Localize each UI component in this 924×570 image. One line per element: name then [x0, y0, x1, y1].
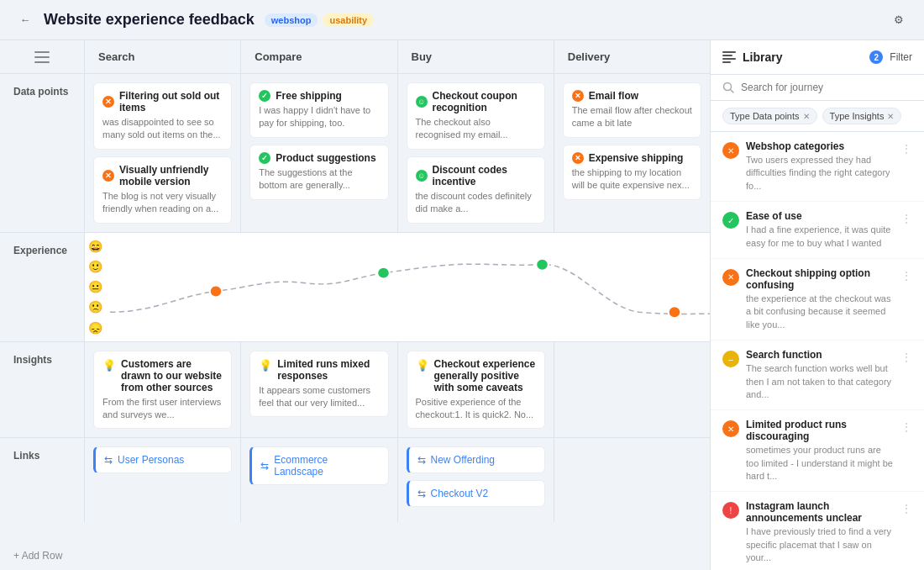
- svg-rect-8: [722, 55, 732, 56]
- cell-compare-links: ⇆ Ecommerce Landscape: [240, 438, 396, 522]
- smiley-5: 😄: [88, 240, 102, 253]
- library-panel: Library 2 Filter Type Data points ✕ Type…: [710, 40, 924, 570]
- main-content: Search Compare Buy Delivery Data points: [0, 40, 924, 570]
- dp-card[interactable]: ✕ Filtering out sold out items was disap…: [93, 82, 232, 150]
- lib-sentiment-icon: ✕: [722, 420, 739, 437]
- sentiment-dot: ☺: [416, 170, 428, 182]
- library-tag-0: Type Data points ✕: [722, 108, 817, 124]
- cell-search-data: ✕ Filtering out sold out items was disap…: [84, 74, 240, 232]
- dp-card[interactable]: ✕ Expensive shipping the shipping to my …: [563, 145, 701, 200]
- dp-card[interactable]: ☺ Checkout coupon recognition The checko…: [407, 82, 545, 150]
- links-cells: ⇆ User Personas ⇆ Ecommerce Landscape: [84, 438, 710, 522]
- library-tags: Type Data points ✕ Type Insights ✕: [711, 101, 924, 132]
- add-row-button[interactable]: + Add Row: [0, 541, 710, 570]
- sentiment-dot: ☺: [416, 96, 428, 108]
- library-item[interactable]: ✓ Ease of use I had a fine experience, i…: [711, 202, 924, 259]
- col-search: Search: [84, 40, 240, 73]
- cell-buy-insight: 💡 Checkout experience generally positive…: [397, 342, 554, 438]
- link-icon: ⇆: [260, 460, 269, 472]
- lib-item-content: Limited product runs discouraging someti…: [746, 419, 894, 483]
- lib-item-menu[interactable]: ⋮: [900, 142, 912, 156]
- app-container: ← Website experience feedback webshop us…: [0, 0, 924, 570]
- lib-item-menu[interactable]: ⋮: [900, 212, 912, 225]
- cell-search-links: ⇆ User Personas: [84, 438, 240, 522]
- library-item[interactable]: ! Instagram launch announcements unclear…: [711, 492, 924, 570]
- search-icon: [722, 82, 734, 93]
- dp-card[interactable]: ✕ Visually unfriendly mobile version The…: [93, 156, 232, 224]
- dp-card[interactable]: ✓ Product suggestions The suggestions at…: [249, 145, 388, 200]
- lib-item-menu[interactable]: ⋮: [900, 502, 912, 515]
- svg-point-4: [377, 267, 390, 278]
- library-header: Library 2 Filter: [711, 40, 924, 75]
- lib-sentiment-icon: –: [722, 351, 739, 367]
- link-card[interactable]: ⇆ Checkout V2: [407, 480, 545, 507]
- sentiment-dot: ✕: [572, 152, 584, 164]
- tag-close-1[interactable]: ✕: [887, 112, 894, 121]
- library-search: [711, 75, 924, 101]
- badge-usability: usability: [323, 13, 374, 27]
- experience-chart: [110, 233, 710, 341]
- smiley-2: 🙁: [88, 300, 102, 314]
- link-icon: ⇆: [104, 454, 113, 466]
- svg-rect-2: [34, 61, 50, 63]
- library-search-input[interactable]: [741, 82, 912, 93]
- settings-button[interactable]: ⚙: [887, 8, 911, 32]
- cell-delivery-data: ✕ Email flow The email flow after checko…: [554, 74, 710, 232]
- smiley-4: 🙂: [88, 260, 102, 273]
- library-filter-button[interactable]: 2 Filter: [869, 50, 912, 64]
- svg-rect-9: [722, 58, 736, 60]
- col-compare: Compare: [240, 40, 396, 73]
- lib-item-menu[interactable]: ⋮: [900, 269, 912, 282]
- menu-icon: [0, 40, 84, 73]
- badge-webshop: webshop: [265, 13, 318, 27]
- link-card[interactable]: ⇆ New Offerding: [407, 446, 545, 473]
- lib-item-menu[interactable]: ⋮: [900, 420, 912, 434]
- links-label: Links: [0, 438, 84, 522]
- sentiment-dot: ✕: [102, 96, 114, 108]
- library-title: Library: [722, 50, 869, 64]
- lib-item-menu[interactable]: ⋮: [900, 351, 912, 364]
- svg-point-6: [669, 306, 681, 318]
- lib-item-content: Ease of use I had a fine experience, it …: [746, 210, 894, 250]
- link-card[interactable]: ⇆ Ecommerce Landscape: [249, 446, 388, 485]
- tag-close-0[interactable]: ✕: [803, 112, 810, 121]
- library-tag-1: Type Insights ✕: [822, 108, 902, 124]
- dp-card[interactable]: ✕ Email flow The email flow after checko…: [563, 82, 701, 138]
- rows-container: Data points ✕ Filtering out sold out ite…: [0, 74, 710, 541]
- library-item[interactable]: ✕ Checkout shipping option confusing the…: [711, 259, 924, 340]
- lib-sentiment-icon: !: [722, 502, 739, 519]
- page-title: Website experience feedback: [44, 11, 255, 29]
- experience-row: Experience 😄 🙂 😐 🙁 😞: [0, 233, 710, 342]
- library-item[interactable]: – Search function The search function wo…: [711, 340, 924, 410]
- back-button[interactable]: ←: [13, 8, 37, 32]
- insights-row: Insights 💡 Customers are drawn to our we…: [0, 342, 710, 439]
- library-item[interactable]: ✕ Webshop categories Two users expressed…: [711, 132, 924, 202]
- insight-card[interactable]: 💡 Customers are drawn to our website fro…: [93, 351, 232, 430]
- insight-card[interactable]: 💡 Checkout experience generally positive…: [407, 351, 545, 430]
- svg-line-12: [731, 90, 734, 93]
- sentiment-dot: ✓: [259, 152, 270, 164]
- col-delivery: Delivery: [554, 40, 710, 73]
- data-points-label: Data points: [0, 74, 84, 232]
- cell-buy-data: ☺ Checkout coupon recognition The checko…: [397, 74, 554, 232]
- library-item[interactable]: ✕ Limited product runs discouraging some…: [711, 410, 924, 492]
- lib-sentiment-icon: ✓: [722, 212, 739, 229]
- columns-header-inner: Search Compare Buy Delivery: [84, 40, 710, 73]
- insights-cells: 💡 Customers are drawn to our website fro…: [84, 342, 710, 438]
- library-icon: [722, 51, 736, 63]
- lib-item-content: Search function The search function work…: [746, 349, 894, 401]
- dp-card[interactable]: ☺ Discount codes incentive the discount …: [407, 156, 545, 224]
- svg-rect-1: [34, 56, 50, 58]
- svg-rect-0: [34, 51, 50, 53]
- svg-rect-7: [722, 51, 736, 53]
- link-card[interactable]: ⇆ User Personas: [93, 446, 232, 473]
- smiley-1: 😞: [88, 321, 102, 335]
- insight-card[interactable]: 💡 Limited runs mixed responses It appear…: [249, 351, 388, 418]
- cell-delivery-links: [554, 438, 710, 522]
- experience-label: Experience: [0, 233, 84, 341]
- lib-item-content: Checkout shipping option confusing the e…: [746, 267, 894, 331]
- dp-card[interactable]: ✓ Free shipping I was happy I didn't hav…: [249, 82, 388, 138]
- link-icon: ⇆: [417, 488, 426, 499]
- bulb-icon: 💡: [416, 359, 429, 372]
- cell-buy-links: ⇆ New Offerding ⇆ Checkout V2: [397, 438, 554, 522]
